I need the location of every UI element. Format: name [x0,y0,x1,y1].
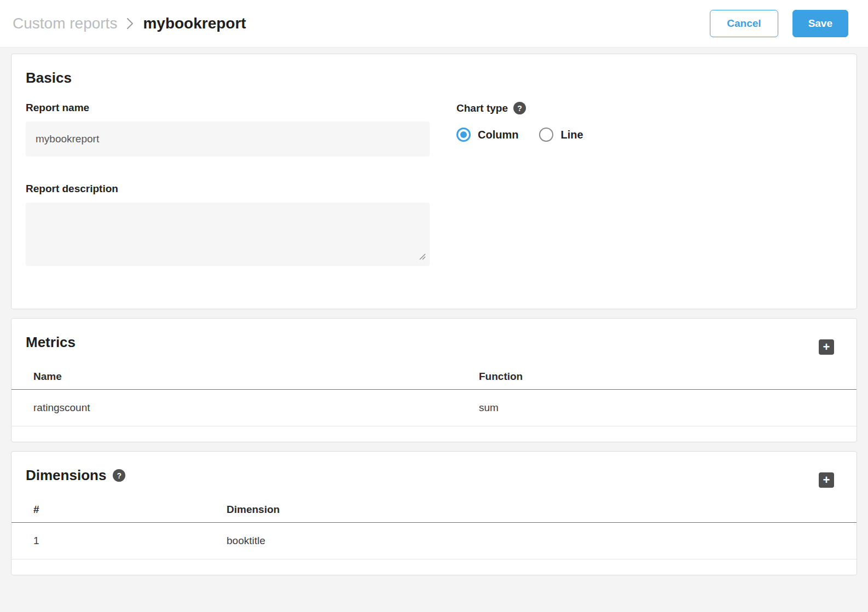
basics-title: Basics [26,70,842,86]
add-dimension-button[interactable]: + [819,472,834,488]
dimension-index-cell: 1 [33,535,227,547]
metrics-title: Metrics [26,334,76,351]
main-content: Basics Report name Report description [0,48,868,575]
metrics-col-function: Function [479,371,857,383]
dimensions-col-dimension: Dimension [227,504,857,516]
header-actions: Cancel Save [710,10,848,37]
chart-type-help-icon[interactable]: ? [513,102,526,114]
chart-type-label: Chart type [456,102,508,114]
dimensions-help-icon[interactable]: ? [113,469,125,482]
metrics-title-row: Metrics [26,334,76,351]
metrics-table-header: Name Function [11,363,857,390]
dimensions-title: Dimensions [26,467,106,484]
metric-name-cell: ratingscount [33,402,479,414]
add-metric-button[interactable]: + [819,339,834,355]
basics-card: Basics Report name Report description [11,54,857,309]
dimensions-table: # Dimension 1 booktitle [11,496,857,559]
breadcrumb-current: mybookreport [143,15,246,32]
basics-right-column: Chart type ? Column Line [456,102,583,266]
radio-unselected-icon [539,128,553,142]
chart-type-label-row: Chart type ? [456,102,583,114]
dimensions-table-header: # Dimension [11,496,857,523]
table-row[interactable]: ratingscount sum [11,390,857,426]
metrics-table: Name Function ratingscount sum [11,363,857,426]
breadcrumb: Custom reports mybookreport [13,15,246,32]
top-bar: Custom reports mybookreport Cancel Save [0,0,868,48]
metrics-head-row: Metrics + [11,319,857,355]
breadcrumb-parent[interactable]: Custom reports [13,15,117,32]
radio-selected-icon [456,128,471,142]
save-button[interactable]: Save [792,10,848,37]
cancel-button[interactable]: Cancel [710,10,778,37]
chart-type-line-radio[interactable]: Line [539,128,583,142]
basics-grid: Report name Report description Chart typ… [26,102,842,266]
dimensions-card: Dimensions ? + # Dimension 1 booktitle [11,451,857,575]
chevron-right-icon [126,16,134,31]
report-description-input[interactable] [26,203,430,266]
dimension-name-cell: booktitle [227,535,857,547]
table-row[interactable]: 1 booktitle [11,523,857,559]
metric-function-cell: sum [479,402,857,414]
dimensions-col-index: # [33,504,227,516]
metrics-col-name: Name [33,371,479,383]
dimensions-head-row: Dimensions ? + [11,452,857,488]
dimensions-title-row: Dimensions ? [26,467,125,484]
report-description-label: Report description [26,183,430,195]
chart-type-column-label: Column [478,129,518,141]
basics-left-column: Report name Report description [26,102,430,266]
report-description-wrap [26,203,430,266]
report-name-label: Report name [26,102,430,114]
metrics-card: Metrics + Name Function ratingscount sum [11,318,857,442]
chart-type-line-label: Line [560,129,583,141]
report-name-input[interactable] [26,122,430,157]
chart-type-radio-group: Column Line [456,128,583,142]
chart-type-column-radio[interactable]: Column [456,128,518,142]
